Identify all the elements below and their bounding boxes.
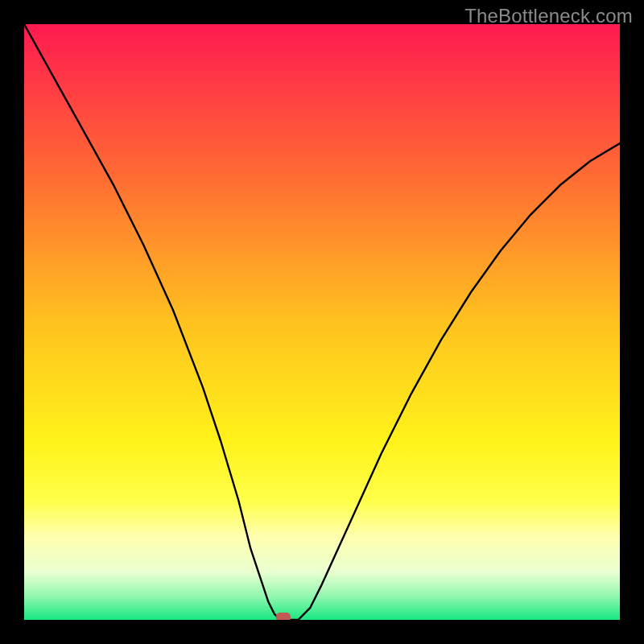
chart-svg <box>24 24 620 620</box>
min-marker <box>276 613 291 620</box>
chart-frame: TheBottleneck.com <box>0 0 644 644</box>
plot-area <box>24 24 620 620</box>
gradient-background <box>24 24 620 620</box>
